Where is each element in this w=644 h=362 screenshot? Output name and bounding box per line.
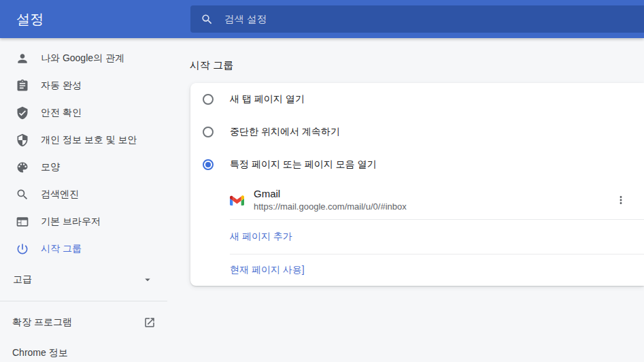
use-current-pages-label: 현재 페이지 사용] bbox=[230, 264, 305, 276]
settings-sidebar: 나와 Google의 관계 자동 완성 안전 확인 개인 정보 보호 및 보안 … bbox=[0, 38, 167, 362]
option-label: 특정 페이지 또는 페이지 모음 열기 bbox=[230, 159, 376, 171]
sidebar-item-label: 안전 확인 bbox=[41, 107, 82, 119]
sidebar-item-on-startup[interactable]: 시작 그룹 bbox=[0, 235, 167, 263]
page-title: 설정 bbox=[16, 10, 44, 29]
sidebar-item-label: 검색엔진 bbox=[41, 188, 79, 201]
sidebar-item-extensions[interactable]: 확장 프로그램 bbox=[0, 306, 167, 340]
sidebar-divider bbox=[0, 301, 167, 301]
add-new-page-label: 새 페이지 추가 bbox=[230, 231, 292, 243]
about-chrome-label: Chrome 정보 bbox=[12, 347, 68, 359]
sidebar-item-about-chrome[interactable]: Chrome 정보 bbox=[0, 340, 167, 362]
gmail-icon bbox=[230, 195, 244, 205]
sidebar-advanced-toggle[interactable]: 고급 bbox=[0, 263, 167, 297]
page-options-button[interactable] bbox=[611, 191, 630, 210]
sidebar-item-label: 모양 bbox=[41, 161, 60, 174]
power-icon bbox=[16, 242, 29, 256]
sidebar-item-autofill[interactable]: 자동 완성 bbox=[0, 72, 167, 99]
search-input[interactable] bbox=[223, 13, 644, 25]
section-title: 시작 그룹 bbox=[190, 59, 233, 72]
chevron-down-icon bbox=[141, 274, 154, 286]
radio-icon[interactable] bbox=[203, 94, 214, 105]
sidebar-item-appearance[interactable]: 모양 bbox=[0, 154, 167, 181]
settings-header: 설정 bbox=[0, 0, 644, 38]
sidebar-item-search-engine[interactable]: 검색엔진 bbox=[0, 181, 167, 208]
startup-page-url: https://mail.google.com/mail/u/0/#inbox bbox=[254, 201, 407, 212]
advanced-label: 고급 bbox=[13, 274, 32, 286]
person-icon bbox=[16, 52, 29, 65]
option-label: 새 탭 페이지 열기 bbox=[230, 93, 305, 105]
sidebar-item-you-and-google[interactable]: 나와 Google의 관계 bbox=[0, 45, 167, 72]
sidebar-item-privacy[interactable]: 개인 정보 보호 및 보안 bbox=[0, 127, 167, 154]
startup-page-row: Gmail https://mail.google.com/mail/u/0/#… bbox=[190, 181, 644, 219]
startup-page-name: Gmail bbox=[254, 188, 407, 200]
sidebar-item-default-browser[interactable]: 기본 브라우저 bbox=[0, 208, 167, 235]
privacy-icon bbox=[16, 133, 29, 147]
sidebar-item-safety-check[interactable]: 안전 확인 bbox=[0, 99, 167, 127]
sidebar-item-label: 시작 그룹 bbox=[41, 243, 82, 255]
safety-check-icon bbox=[16, 106, 29, 120]
option-continue-where-left-off[interactable]: 중단한 위치에서 계속하기 bbox=[190, 116, 644, 148]
sidebar-item-label: 개인 정보 보호 및 보안 bbox=[41, 134, 137, 146]
open-in-new-icon bbox=[143, 316, 156, 329]
option-open-specific-pages[interactable]: 특정 페이지 또는 페이지 모음 열기 bbox=[190, 148, 644, 181]
add-new-page-button[interactable]: 새 페이지 추가 bbox=[190, 220, 644, 254]
option-open-new-tab[interactable]: 새 탭 페이지 열기 bbox=[190, 83, 644, 116]
sidebar-item-label: 자동 완성 bbox=[41, 80, 82, 92]
sidebar-item-label: 기본 브라우저 bbox=[41, 216, 101, 228]
on-startup-card: 새 탭 페이지 열기 중단한 위치에서 계속하기 특정 페이지 또는 페이지 모… bbox=[190, 83, 644, 286]
more-vert-icon bbox=[615, 194, 627, 206]
use-current-pages-button[interactable]: 현재 페이지 사용] bbox=[190, 254, 644, 286]
option-label: 중단한 위치에서 계속하기 bbox=[230, 126, 340, 138]
appearance-icon bbox=[16, 161, 29, 174]
radio-icon[interactable] bbox=[203, 127, 214, 137]
search-engine-icon bbox=[16, 188, 29, 201]
sidebar-item-label: 나와 Google의 관계 bbox=[41, 52, 124, 65]
radio-icon-checked[interactable] bbox=[203, 159, 214, 170]
autofill-icon bbox=[16, 79, 29, 93]
extensions-label: 확장 프로그램 bbox=[12, 316, 72, 329]
search-icon bbox=[201, 13, 214, 26]
default-browser-icon bbox=[16, 215, 29, 229]
settings-search[interactable] bbox=[190, 5, 644, 33]
